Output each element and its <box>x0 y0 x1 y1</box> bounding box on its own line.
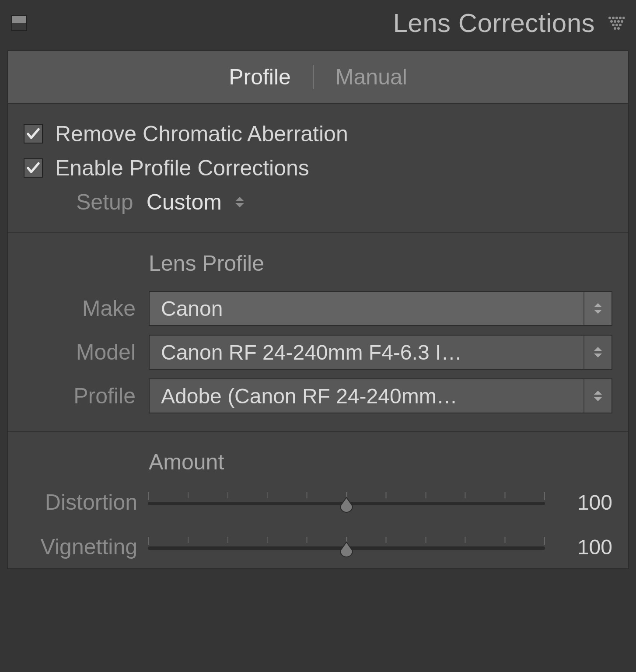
panel-title: Lens Corrections <box>27 8 608 38</box>
dropdown-make-value: Canon <box>150 297 584 321</box>
svg-point-9 <box>612 24 615 26</box>
tab-manual[interactable]: Manual <box>335 64 407 90</box>
setup-label: Setup <box>76 189 133 215</box>
dropdown-model-value: Canon RF 24-240mm F4-6.3 I… <box>150 340 584 364</box>
setup-updown-icon[interactable] <box>235 197 245 207</box>
slider-label-vignetting: Vignetting <box>24 534 137 560</box>
slider-row-vignetting: Vignetting 100 <box>24 534 612 560</box>
svg-point-1 <box>612 17 615 19</box>
lens-label-model: Model <box>24 340 136 365</box>
updown-icon <box>584 336 612 369</box>
section-lens-profile: Lens Profile Make Canon Model Canon RF 2… <box>8 233 628 432</box>
slider-thumb-icon[interactable] <box>338 496 355 513</box>
svg-point-4 <box>622 17 625 19</box>
slider-thumb-icon[interactable] <box>338 540 355 558</box>
svg-point-10 <box>615 24 618 26</box>
setup-row: Setup Custom <box>24 189 612 215</box>
checkbox-enable-profile[interactable] <box>24 158 43 178</box>
svg-point-7 <box>617 20 620 23</box>
dropdown-make[interactable]: Canon <box>149 291 612 326</box>
slider-value-distortion[interactable]: 100 <box>556 490 612 514</box>
lens-row-model: Model Canon RF 24-240mm F4-6.3 I… <box>24 335 612 370</box>
slider-value-vignetting[interactable]: 100 <box>556 535 612 559</box>
lens-row-profile: Profile Adobe (Canon RF 24-240mm… <box>24 378 612 413</box>
lens-profile-heading: Lens Profile <box>24 251 612 276</box>
lens-label-make: Make <box>24 296 136 321</box>
dropdown-profile[interactable]: Adobe (Canon RF 24-240mm… <box>149 378 612 413</box>
slider-distortion[interactable] <box>148 492 545 512</box>
checkbox-remove-chromatic[interactable] <box>24 124 43 144</box>
lens-label-profile: Profile <box>24 383 136 409</box>
svg-point-2 <box>615 17 618 19</box>
tab-profile[interactable]: Profile <box>229 64 291 90</box>
dropdown-profile-value: Adobe (Canon RF 24-240mm… <box>150 384 584 408</box>
svg-point-5 <box>610 20 613 23</box>
updown-icon <box>584 379 612 413</box>
svg-point-6 <box>614 20 616 23</box>
setup-value[interactable]: Custom <box>147 189 222 215</box>
dropdown-model[interactable]: Canon RF 24-240mm F4-6.3 I… <box>149 335 612 370</box>
slider-vignetting[interactable] <box>148 537 545 557</box>
svg-point-11 <box>619 24 622 26</box>
checkbox-label-chromatic: Remove Chromatic Aberration <box>55 121 348 147</box>
tab-divider <box>313 65 314 89</box>
section-options: Remove Chromatic Aberration Enable Profi… <box>8 104 628 233</box>
checkbox-label-profile: Enable Profile Corrections <box>55 155 309 181</box>
panel-body: Profile Manual Remove Chromatic Aberrati… <box>7 50 629 569</box>
svg-point-3 <box>619 17 622 19</box>
slider-label-distortion: Distortion <box>24 490 137 515</box>
panel-enable-toggle[interactable] <box>11 15 27 31</box>
checkbox-row-chromatic: Remove Chromatic Aberration <box>24 121 612 147</box>
section-amount: Amount Distortion <box>8 432 628 568</box>
updown-icon <box>584 292 612 325</box>
tabs: Profile Manual <box>8 51 628 104</box>
amount-heading: Amount <box>24 449 612 475</box>
svg-point-13 <box>617 27 620 30</box>
checkbox-row-profile: Enable Profile Corrections <box>24 155 612 181</box>
panel-disclosure-icon[interactable] <box>608 16 625 30</box>
panel-header: Lens Corrections <box>7 8 629 50</box>
svg-point-0 <box>608 17 611 19</box>
slider-row-distortion: Distortion 100 <box>24 490 612 515</box>
svg-point-8 <box>621 20 623 23</box>
lens-row-make: Make Canon <box>24 291 612 326</box>
svg-point-12 <box>614 27 616 30</box>
